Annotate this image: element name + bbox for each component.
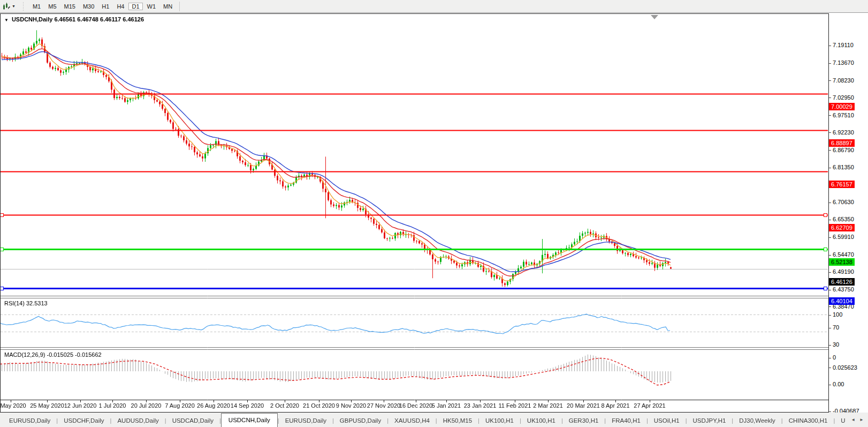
symbol-tab-USDCHF-Daily[interactable]: USDCHF,Daily	[58, 415, 110, 427]
symbol-tab-USOil-H1[interactable]: USOil,H1	[648, 415, 686, 427]
level-price-tag[interactable]: 6.88897	[829, 139, 855, 147]
price-axis-tick: 6.92230	[829, 129, 854, 136]
tick-dash	[829, 98, 831, 98]
date-label: 1 Jul 2020	[99, 402, 126, 409]
date-label: 6 May 2020	[0, 402, 26, 409]
price-axis-tick: 6.54470	[829, 251, 854, 258]
level-price-tag[interactable]: 7.00029	[829, 103, 855, 110]
date-label: 5 Jan 2021	[432, 402, 461, 409]
symbol-tab-DJ30-Weekly[interactable]: DJ30,Weekly	[733, 415, 781, 427]
timeframe-button-M15[interactable]: M15	[61, 3, 79, 10]
timeframe-buttons: M1M5M15M30H1H4D1W1MN	[29, 1, 176, 11]
macd-indicator-label: MACD(12,26,9) -0.015025 -0.015662	[4, 351, 102, 358]
price-axis-tick: 7.13670	[829, 59, 854, 66]
chart-tab-bar: EURUSD,Daily|USDCHF,Daily|AUDUSD,Daily|U…	[0, 413, 868, 427]
toolbar-separator	[179, 2, 180, 11]
date-label: 7 Aug 2020	[165, 402, 195, 409]
symbol-tab-USDCAD-Daily[interactable]: USDCAD,Daily	[166, 415, 219, 427]
level-price-tag[interactable]: 6.62709	[829, 224, 855, 231]
tick-dash	[829, 132, 831, 133]
tick-dash	[829, 80, 831, 81]
symbol-tab-USDCNH-Daily[interactable]: USDCNH,Daily	[221, 413, 278, 427]
charts-toolbar-icon[interactable]	[2, 2, 11, 11]
symbol-tab-EURUSD-Daily[interactable]: EURUSD,Daily	[279, 415, 332, 427]
symbol-tab-EURUSD-Daily[interactable]: EURUSD,Daily	[3, 415, 56, 427]
price-axis-tick: 6.49190	[829, 268, 854, 275]
symbol-tab-UK100-H1[interactable]: UK100,H1	[521, 415, 561, 427]
timeframe-button-M5[interactable]: M5	[45, 3, 59, 10]
date-label: 27 Nov 2020	[367, 402, 400, 409]
chart-shift-marker-icon[interactable]	[651, 15, 658, 19]
price-axis-tick: 7.19110	[829, 41, 854, 49]
tick-dash	[829, 328, 831, 328]
timeframe-button-D1[interactable]: D1	[128, 3, 142, 10]
tick-dash	[829, 411, 831, 412]
tab-scroll-left-icon[interactable]: ◄	[849, 416, 857, 423]
price-axis[interactable]: 7.191107.136707.082307.029506.975106.922…	[829, 13, 868, 413]
date-label: 16 Dec 2020	[399, 402, 432, 409]
date-label: 14 Sep 2020	[231, 402, 264, 409]
charts-toolbar-dropdown-caret[interactable]: ▼	[12, 4, 16, 8]
timeframe-button-H1[interactable]: H1	[98, 3, 112, 10]
timeframe-button-H4[interactable]: H4	[113, 3, 127, 10]
tick-dash	[829, 115, 831, 116]
symbol-tab-GBPUSD-Daily[interactable]: GBPUSD,Daily	[334, 415, 387, 427]
symbol-tab-FRA40-H1[interactable]: FRA40,H1	[606, 415, 646, 427]
tick-dash	[829, 255, 831, 256]
date-label: 9 Nov 2020	[336, 402, 366, 409]
symbol-tab-USDJPY-H1[interactable]: USDJPY,H1	[687, 415, 732, 427]
date-label: 20 Mar 2021	[567, 402, 600, 409]
level-price-tag[interactable]: 6.76157	[829, 181, 855, 188]
symbol-tab-XAUUSD-H4[interactable]: XAUUSD,H4	[389, 415, 436, 427]
date-label: 26 Aug 2020	[197, 402, 230, 409]
chart-title: ▼USDCNH,Daily 6.46561 6.46748 6.46117 6.…	[4, 16, 144, 23]
tick-dash	[829, 168, 831, 168]
tick-dash	[829, 220, 831, 220]
date-label: 8 Apr 2021	[601, 402, 629, 409]
tab-scroll-arrows: ◄ ►	[848, 413, 867, 427]
macd-axis-tick: 0.025623	[829, 364, 857, 371]
symbol-tab-GER30-H1[interactable]: GER30,H1	[563, 415, 605, 427]
toolbar-grip[interactable]	[22, 2, 25, 11]
tick-dash	[829, 46, 831, 46]
rsi-indicator-label: RSI(14) 32.5313	[4, 300, 48, 306]
current-price-tag: 6.46126	[829, 278, 855, 286]
price-chart-canvas[interactable]	[0, 13, 829, 413]
level-price-tag[interactable]: 6.52138	[829, 258, 855, 266]
date-label: 2 Oct 2020	[270, 402, 299, 409]
tick-dash	[829, 237, 831, 238]
price-axis-tick: 6.59910	[829, 233, 854, 241]
timeframe-button-M30[interactable]: M30	[80, 3, 97, 10]
tick-dash	[829, 290, 831, 290]
price-axis-tick: 6.97510	[829, 111, 854, 119]
chart-window: ▼USDCNH,Daily 6.46561 6.46748 6.46117 6.…	[0, 13, 868, 413]
timeframe-button-M1[interactable]: M1	[29, 3, 44, 10]
timeframe-toolbar: ▼ M1M5M15M30H1H4D1W1MN	[0, 0, 868, 13]
date-label: 21 Oct 2020	[303, 402, 335, 409]
trading-platform-window: ▼ M1M5M15M30H1H4D1W1MN ▼USDCNH,Daily 6.4…	[0, 0, 868, 427]
tick-dash	[829, 385, 831, 385]
tick-dash	[829, 315, 831, 316]
date-label: 27 Apr 2021	[634, 402, 665, 409]
symbol-tab-HK50-M15[interactable]: HK50,M15	[437, 415, 478, 427]
level-price-tag[interactable]: 6.40104	[829, 297, 855, 305]
date-label: 2 Mar 2021	[533, 402, 563, 409]
tab-scroll-right-icon[interactable]: ►	[857, 416, 866, 423]
rsi-axis-tick: 30	[829, 341, 839, 348]
price-axis-tick: 6.81350	[829, 163, 854, 171]
timeframe-button-W1[interactable]: W1	[144, 3, 159, 10]
symbol-tab-UK100-H1[interactable]: UK100,H1	[479, 415, 520, 427]
rsi-axis-tick: 0	[829, 354, 836, 361]
tick-dash	[829, 358, 831, 358]
tick-dash	[829, 203, 831, 203]
symbol-tab-AUDUSD-Daily[interactable]: AUDUSD,Daily	[111, 415, 164, 427]
collapse-caret-icon[interactable]: ▼	[4, 18, 9, 23]
time-axis[interactable]: 6 May 202025 May 202012 Jun 20201 Jul 20…	[0, 400, 829, 413]
rsi-axis-tick: 70	[829, 324, 839, 331]
timeframe-button-MN[interactable]: MN	[160, 3, 176, 10]
price-axis-tick: 6.86790	[829, 146, 854, 154]
symbol-timeframe-label: USDCNH,Daily	[12, 16, 52, 23]
rsi-axis-tick: 100	[829, 311, 842, 318]
symbol-tab-CHINA300-H1[interactable]: CHINA300,H1	[783, 415, 834, 427]
date-label: 12 Jun 2020	[64, 402, 97, 409]
